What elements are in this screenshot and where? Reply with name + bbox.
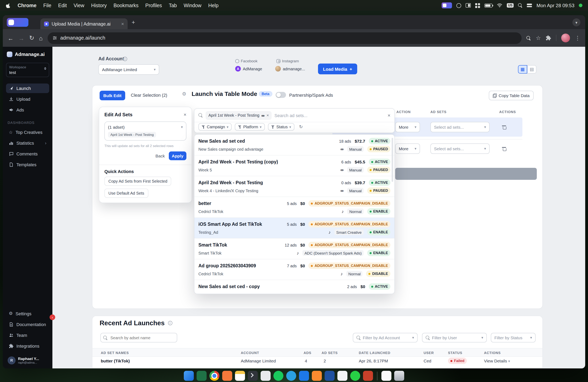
- refresh-icon[interactable]: ↻: [299, 124, 303, 130]
- extensions-icon[interactable]: [546, 35, 551, 41]
- menu-item-view[interactable]: View: [74, 3, 84, 8]
- facebook-account-chip[interactable]: AdManage: [235, 66, 262, 72]
- adset-row[interactable]: New Sales ad set ced - copy 2 ads $0 ACT…: [194, 280, 394, 292]
- filter-by-status[interactable]: Filter by Status ▾: [491, 333, 536, 343]
- sidebar-item-upload[interactable]: Upload: [6, 94, 49, 104]
- dock-word-icon[interactable]: [325, 371, 335, 381]
- sidebar-item-templates[interactable]: Templates: [6, 160, 49, 170]
- dock-terminal-icon[interactable]: [248, 371, 258, 381]
- ad-sets-select[interactable]: Select ad sets...▾: [430, 143, 490, 154]
- chip-remove-icon[interactable]: ×: [267, 113, 269, 117]
- sidebar-item-team[interactable]: Team: [6, 330, 49, 340]
- back-button[interactable]: Back: [155, 153, 165, 158]
- user-menu[interactable]: R Raphael Y... raph@adma...: [6, 355, 49, 365]
- dock-app-store-icon[interactable]: [299, 371, 309, 381]
- adset-count-select[interactable]: (1 adset) ▾ April 1st Week - Post Testin…: [105, 121, 186, 141]
- spark-ads-toggle[interactable]: [276, 92, 286, 98]
- forward-button[interactable]: →: [18, 35, 24, 41]
- home-button[interactable]: ⌂: [39, 35, 42, 41]
- address-bar[interactable]: admanage.ai/launch: [47, 32, 522, 44]
- menu-item-help[interactable]: Help: [208, 3, 218, 8]
- screen-share-indicator[interactable]: [7, 18, 28, 27]
- dock-spotify-icon[interactable]: [273, 371, 283, 381]
- menu-item-history[interactable]: History: [91, 3, 107, 8]
- sidebar-item-comments[interactable]: Comments: [6, 149, 49, 159]
- campaign-filter[interactable]: Campaign ▾: [198, 123, 231, 131]
- bookmark-star-icon[interactable]: ☆: [536, 35, 541, 41]
- profile-avatar[interactable]: [561, 34, 570, 42]
- apple-menu-icon[interactable]: [6, 3, 11, 8]
- wifi-icon[interactable]: [497, 3, 503, 8]
- settings-gear-icon[interactable]: ⚙: [182, 91, 186, 97]
- adset-row[interactable]: Ad group 20252603043909 7 ads $0 ADGROUP…: [194, 259, 394, 280]
- sidebar-collapse-handle[interactable]: ›: [50, 314, 55, 320]
- dock-keynote-icon[interactable]: [337, 371, 347, 381]
- sidebar-item-integrations[interactable]: Integrations: [6, 341, 49, 351]
- use-default-adsets-button[interactable]: Use Default Ad Sets: [105, 189, 148, 198]
- dock-preview-icon[interactable]: [261, 371, 271, 381]
- copy-adsets-first-button[interactable]: Copy Ad Sets from First Selected: [105, 177, 171, 186]
- status-ring-icon[interactable]: [456, 3, 461, 8]
- battery-icon[interactable]: [484, 3, 492, 7]
- view-details-button[interactable]: View Details ▾: [484, 358, 510, 363]
- copy-table-data-button[interactable]: Copy Table Data: [489, 91, 534, 100]
- table-view-button[interactable]: ▦: [518, 65, 527, 74]
- filter-by-ad-account[interactable]: Filter by Ad Account ▾: [353, 333, 418, 343]
- filter-by-user[interactable]: Filter by User ▾: [422, 333, 487, 343]
- grid-view-button[interactable]: ▤: [527, 65, 536, 74]
- dock-telegram-icon[interactable]: [286, 371, 296, 381]
- adset-row[interactable]: Smart TikTok 12 ads $0 ADGROUP_STATUS_CA…: [194, 238, 394, 259]
- adset-row[interactable]: New Sales ad set ced 18 ads $72.7 ACTIVE…: [194, 135, 394, 155]
- instagram-account-chip[interactable]: admanage...: [275, 66, 305, 72]
- dock-notes-icon[interactable]: [235, 371, 245, 381]
- tab-close-icon[interactable]: ×: [121, 21, 124, 27]
- spotlight-icon[interactable]: [518, 3, 523, 8]
- more-select[interactable]: More▾: [395, 143, 420, 154]
- dock-textedit-icon[interactable]: [381, 371, 391, 381]
- sidebar-item-top-creatives[interactable]: ☆ Top Creatives: [6, 128, 49, 137]
- menu-item-tab[interactable]: Tab: [169, 3, 177, 8]
- dock-finder-icon[interactable]: [184, 371, 194, 381]
- sidebar-item-settings[interactable]: ⚙ Settings: [6, 309, 49, 318]
- site-settings-icon[interactable]: [52, 36, 57, 40]
- delete-row-icon[interactable]: [502, 146, 506, 151]
- workspace-select[interactable]: Workspace test: [6, 63, 49, 77]
- delete-row-icon[interactable]: [502, 125, 506, 129]
- grid-status-icon[interactable]: [475, 3, 480, 8]
- dock-excel-icon[interactable]: [197, 371, 207, 381]
- sidebar-item-statistics[interactable]: Statistics ›: [6, 138, 49, 148]
- launch-name[interactable]: butter (TikTok): [101, 358, 130, 363]
- adset-row[interactable]: April 2nd Week - Post Testing (copy) 6 a…: [194, 155, 394, 176]
- toolbar-search-icon[interactable]: [526, 36, 531, 40]
- menu-item-file[interactable]: File: [43, 3, 51, 8]
- dock-chrome-icon[interactable]: [210, 371, 219, 381]
- adset-row-highlighted[interactable]: iOS Smart App Ad Set TikTok 5 ads $0 ADG…: [194, 217, 394, 238]
- stage-manager-icon[interactable]: [466, 3, 471, 8]
- dock-whatsapp-icon[interactable]: [350, 371, 360, 381]
- adset-search-bar[interactable]: April 1st Week - Post Testing ∞ × Search…: [194, 109, 394, 122]
- browser-tab[interactable]: Upload Media | Admanage.ai ×: [41, 18, 127, 29]
- recent-info-icon[interactable]: i: [168, 321, 172, 325]
- tab-search-icon[interactable]: ▾: [572, 18, 580, 26]
- dock-mail-icon[interactable]: [222, 371, 232, 381]
- reload-button[interactable]: ↻: [29, 34, 34, 41]
- ad-account-info-icon[interactable]: i: [123, 57, 127, 61]
- platform-filter[interactable]: Platform ▾: [235, 123, 265, 131]
- back-button[interactable]: ←: [8, 35, 14, 41]
- adset-row[interactable]: better 5 ads $0 ADGROUP_STATUS_CAMPAIGN_…: [194, 197, 394, 217]
- menu-item-window[interactable]: Window: [184, 3, 201, 8]
- dock-trash-icon[interactable]: [394, 371, 404, 381]
- load-media-button[interactable]: Load Media+: [318, 63, 357, 74]
- dock-powerpoint-icon[interactable]: [363, 371, 373, 381]
- status-filter[interactable]: Status ▾: [268, 123, 294, 131]
- scrollbar-thumb[interactable]: [392, 138, 393, 182]
- control-center-icon[interactable]: [527, 4, 532, 7]
- adset-row[interactable]: April 2nd Week - Post Testing 0 ads $39.…: [194, 176, 394, 197]
- more-select[interactable]: More▾: [395, 122, 420, 132]
- close-icon[interactable]: ×: [184, 112, 186, 117]
- ad-account-select[interactable]: AdManage Limited ▾: [98, 64, 159, 75]
- new-tab-button[interactable]: +: [132, 19, 135, 26]
- menubar-clock[interactable]: Mon Apr 28 09:53: [537, 3, 574, 8]
- apply-button[interactable]: Apply: [169, 152, 186, 160]
- sidebar-item-launch[interactable]: Launch: [6, 83, 49, 93]
